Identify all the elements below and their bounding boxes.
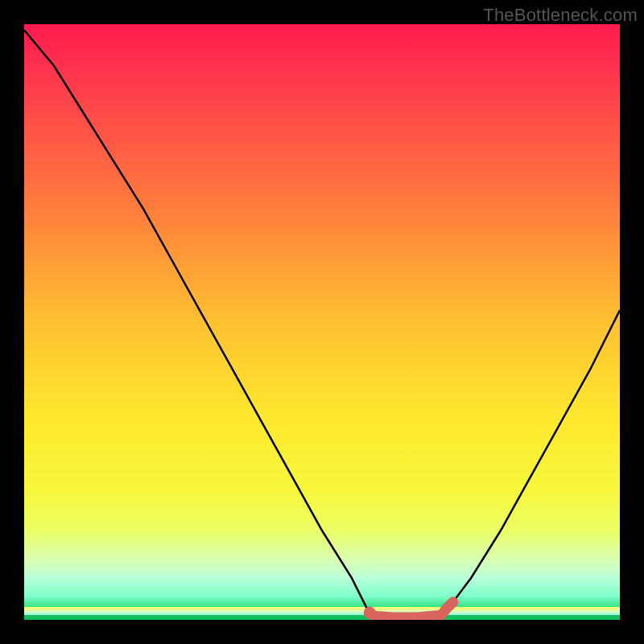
watermark-text: TheBottleneck.com [483, 5, 638, 26]
svg-point-0 [364, 607, 376, 619]
optimal-marker [24, 24, 620, 620]
plot-area [24, 24, 620, 620]
chart-frame: TheBottleneck.com [0, 0, 644, 644]
